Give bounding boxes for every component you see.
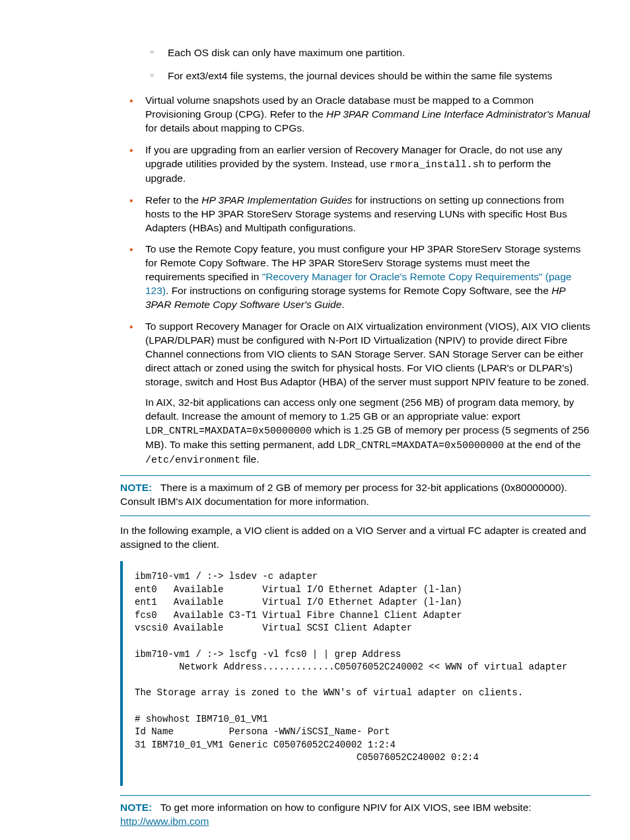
main-list: Virtual volume snapshots used by an Orac…	[125, 94, 590, 467]
list-item: Virtual volume snapshots used by an Orac…	[125, 94, 590, 135]
code-text: LDR_CNTRL=MAXDATA=0x50000000	[145, 426, 312, 437]
code-text: LDR_CNTRL=MAXDATA=0x50000000	[337, 440, 504, 451]
list-item: If you are upgrading from an earlier ver…	[125, 143, 590, 186]
text-italic: HP 3PAR Implementation Guides	[201, 194, 352, 206]
sub-item-text: For ext3/ext4 file systems, the journal …	[168, 70, 552, 81]
list-item: Refer to the HP 3PAR Implementation Guid…	[125, 194, 590, 235]
separator	[120, 475, 590, 476]
sub-item: For ext3/ext4 file systems, the journal …	[145, 69, 590, 83]
text: for details about mapping to CPGs.	[145, 122, 304, 134]
note-label: NOTE:	[120, 802, 152, 813]
list-item: To use the Remote Copy feature, you must…	[125, 243, 590, 312]
external-link[interactable]: http://www.ibm.com	[120, 816, 209, 827]
text: file.	[240, 453, 259, 465]
note-block: NOTE: To get more information on how to …	[120, 801, 590, 829]
list-item: To support Recovery Manager for Oracle o…	[125, 320, 590, 467]
text-italic: HP 3PAR Command Line Interface Administr…	[326, 108, 590, 120]
note-text: To get more information on how to config…	[160, 802, 532, 813]
note-label: NOTE:	[120, 482, 152, 493]
separator	[120, 515, 590, 516]
text: Refer to the	[145, 194, 201, 206]
code-text: rmora_install.sh	[390, 159, 485, 171]
code-text: /etc/environment	[145, 455, 240, 466]
text: To support Recovery Manager for Oracle o…	[145, 321, 590, 387]
note-block: NOTE: There is a maximum of 2 GB of memo…	[120, 481, 590, 509]
separator	[120, 795, 590, 796]
note-text: There is a maximum of 2 GB of memory per…	[120, 482, 567, 507]
text: .	[341, 299, 344, 310]
sub-item-text: Each OS disk can only have maximum one p…	[168, 47, 405, 58]
sub-item: Each OS disk can only have maximum one p…	[145, 46, 590, 60]
sub-list: Each OS disk can only have maximum one p…	[145, 46, 590, 83]
code-block: ibm710-vm1 / :-> lsdev -c adapter ent0 A…	[120, 561, 590, 786]
text: at the end of the	[504, 439, 580, 450]
text: In AIX, 32-bit applications can access o…	[145, 397, 574, 422]
text: In the following example, a VIO client i…	[120, 525, 586, 550]
body-paragraph: In the following example, a VIO client i…	[120, 524, 590, 552]
text: . For instructions on configuring storag…	[166, 285, 551, 296]
